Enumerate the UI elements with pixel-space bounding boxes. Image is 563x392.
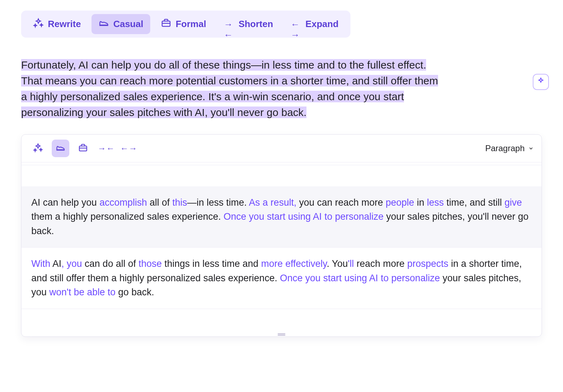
- mode-casual-button[interactable]: [52, 140, 69, 157]
- scope-dropdown[interactable]: Paragraph: [485, 143, 534, 153]
- changed-text: people: [386, 197, 414, 208]
- rewrite-toolbar: Rewrite Casual Formal → ← Shorten ← → Ex…: [21, 11, 350, 38]
- changed-text: As a result,: [249, 197, 296, 208]
- chevron-down-icon: [528, 143, 534, 153]
- mode-rewrite-button[interactable]: [29, 140, 47, 157]
- sparkles-icon: [33, 143, 43, 154]
- unchanged-text: go back.: [115, 287, 154, 297]
- formal-button[interactable]: Formal: [154, 14, 213, 34]
- suggestion-row[interactable]: AI can help you accomplish all of this—i…: [21, 186, 542, 248]
- sparkles-icon: [33, 18, 44, 31]
- grip-icon: [278, 333, 285, 334]
- changed-text: With: [31, 258, 50, 269]
- shorten-button[interactable]: → ← Shorten: [217, 15, 280, 33]
- changed-text: more effectively: [261, 258, 327, 269]
- changed-text: prospects: [407, 258, 448, 269]
- mode-expand-button[interactable]: ← →: [119, 140, 137, 157]
- unchanged-text: can do all of: [82, 258, 139, 269]
- unchanged-text: AI can help you: [31, 197, 100, 208]
- suggestion-row[interactable]: experience at the same time. You'll neve…: [21, 162, 542, 165]
- mode-shorten-button[interactable]: → ←: [97, 140, 114, 157]
- briefcase-icon: [78, 143, 88, 154]
- sparkle-icon: [537, 77, 545, 87]
- unchanged-text: you can reach more: [296, 197, 386, 208]
- suggestion-panel: → ← ← → Paragraph experience at the same…: [21, 134, 542, 337]
- expand-icon: ← →: [120, 143, 136, 154]
- casual-label: Casual: [113, 19, 143, 30]
- changed-text: less: [427, 197, 444, 208]
- resize-handle[interactable]: [21, 331, 542, 336]
- panel-toolbar: → ← ← → Paragraph: [21, 135, 542, 162]
- changed-text: 'll: [348, 258, 354, 269]
- formal-label: Formal: [176, 19, 206, 30]
- shorten-icon: → ←: [224, 19, 234, 30]
- unchanged-text: time, and still: [444, 197, 505, 208]
- changed-text: Once you start using AI to personalize: [223, 211, 384, 222]
- source-paragraph[interactable]: Fortunately, AI can help you do all of t…: [21, 57, 440, 120]
- suggestion-row[interactable]: With AI, you can do all of those things …: [21, 248, 542, 309]
- unchanged-text: things in less time and: [162, 258, 261, 269]
- highlighted-text: Fortunately, AI can help you do all of t…: [21, 59, 438, 118]
- unchanged-text: in: [414, 197, 427, 208]
- shorten-label: Shorten: [239, 19, 273, 30]
- shorten-icon: → ←: [97, 143, 114, 154]
- unchanged-text: reach more: [354, 258, 407, 269]
- casual-button[interactable]: Casual: [91, 14, 150, 34]
- changed-text: accomplish: [100, 197, 147, 208]
- rewrite-label: Rewrite: [48, 19, 81, 30]
- rewrite-button[interactable]: Rewrite: [26, 14, 88, 34]
- changed-text: , you: [62, 258, 82, 269]
- scope-label: Paragraph: [485, 143, 525, 153]
- changed-text: those: [139, 258, 162, 269]
- unchanged-text: them a highly personalized sales experie…: [31, 211, 223, 222]
- sneaker-icon: [99, 18, 109, 31]
- suggestion-list[interactable]: experience at the same time. You'll neve…: [21, 162, 542, 331]
- expand-label: Expand: [305, 19, 339, 30]
- unchanged-text: all of: [147, 197, 172, 208]
- ai-assist-floating-button[interactable]: [533, 74, 549, 90]
- sneaker-icon: [56, 143, 65, 154]
- svg-rect-1: [80, 146, 87, 151]
- changed-text: give: [505, 197, 522, 208]
- unchanged-text: . You: [327, 258, 348, 269]
- mode-formal-button[interactable]: [74, 140, 92, 157]
- expand-button[interactable]: ← → Expand: [284, 15, 346, 33]
- changed-text: Once you start using AI to personalize: [280, 273, 440, 283]
- unchanged-text: AI: [50, 258, 62, 269]
- expand-icon: ← →: [291, 19, 301, 30]
- changed-text: won't be able to: [49, 287, 115, 297]
- changed-text: this: [172, 197, 187, 208]
- briefcase-icon: [161, 18, 171, 31]
- unchanged-text: —in less time.: [187, 197, 249, 208]
